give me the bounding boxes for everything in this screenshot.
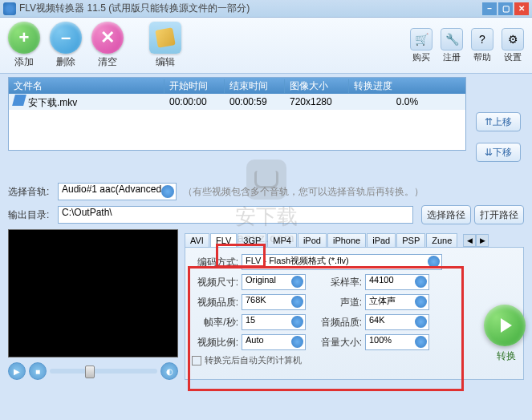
tab-ipod[interactable]: iPod bbox=[298, 233, 327, 247]
maximize-button[interactable]: ▢ bbox=[498, 2, 513, 15]
video-preview bbox=[8, 229, 178, 357]
preview-panel: ▶ ■ ◐ bbox=[8, 229, 178, 380]
channel-select[interactable]: 立体声 bbox=[365, 294, 429, 310]
tab-3gp[interactable]: 3GP bbox=[238, 233, 266, 247]
format-tabs: AVI FLV 3GP MP4 iPod iPhone iPad PSP Zun… bbox=[185, 229, 524, 247]
video-size-select[interactable]: Original bbox=[242, 274, 306, 290]
app-icon bbox=[3, 2, 16, 15]
audio-quality-select[interactable]: 64K bbox=[365, 314, 429, 330]
titlebar: FLV视频转换器 11.5 (试用版只能转换源文件的一部分) – ▢ ✕ bbox=[0, 0, 532, 18]
col-filename[interactable]: 文件名 bbox=[9, 79, 164, 93]
tab-iphone[interactable]: iPhone bbox=[327, 233, 366, 247]
shutdown-checkbox[interactable] bbox=[192, 356, 201, 365]
convert-button[interactable] bbox=[484, 305, 526, 346]
tab-zune[interactable]: Zune bbox=[426, 233, 457, 247]
control-button[interactable]: ◐ bbox=[160, 362, 178, 380]
encode-select[interactable]: FLV - Flash视频格式 (*.flv) bbox=[242, 254, 442, 270]
convert-label: 转换 bbox=[497, 349, 516, 363]
col-size[interactable]: 图像大小 bbox=[285, 79, 349, 93]
file-row[interactable]: 安下载.mkv 00:00:00 00:00:59 720x1280 0.0% bbox=[9, 94, 465, 110]
move-up-button[interactable]: ⇈ 上移 bbox=[476, 112, 521, 131]
col-progress[interactable]: 转换进度 bbox=[349, 79, 465, 93]
sample-rate-select[interactable]: 44100 bbox=[365, 274, 429, 290]
output-path-input[interactable]: C:\OutPath\ bbox=[58, 206, 413, 224]
tab-mp4[interactable]: MP4 bbox=[267, 233, 297, 247]
tab-ipad[interactable]: iPad bbox=[367, 233, 396, 247]
file-list-header: 文件名 开始时间 结束时间 图像大小 转换进度 bbox=[9, 78, 465, 94]
video-quality-select[interactable]: 768K bbox=[242, 294, 306, 310]
col-start[interactable]: 开始时间 bbox=[164, 79, 225, 93]
window-title: FLV视频转换器 11.5 (试用版只能转换源文件的一部分) bbox=[19, 2, 250, 15]
file-list: 文件名 开始时间 结束时间 图像大小 转换进度 安下载.mkv 00:00:00… bbox=[8, 77, 466, 151]
settings-button[interactable]: ⚙设置 bbox=[502, 28, 524, 63]
tab-scroll-left[interactable]: ◀ bbox=[463, 234, 476, 247]
select-path-button[interactable]: 选择路径 bbox=[421, 205, 471, 224]
dropdown-icon[interactable] bbox=[161, 185, 174, 198]
video-ratio-select[interactable]: Auto bbox=[242, 334, 306, 350]
shutdown-checkbox-row[interactable]: 转换完后自动关闭计算机 bbox=[192, 354, 517, 366]
settings-panel: AVI FLV 3GP MP4 iPod iPhone iPad PSP Zun… bbox=[185, 229, 524, 380]
audio-track-select[interactable]: Audio#1 aac(Advanced bbox=[58, 183, 177, 200]
add-button[interactable]: + 添加 bbox=[8, 22, 40, 69]
audio-hint: （有些视频包含多个音轨，您可以选择音轨后再转换。） bbox=[183, 185, 424, 199]
tab-scroll-right[interactable]: ▶ bbox=[476, 234, 489, 247]
output-path-row: 输出目录: C:\OutPath\ 选择路径 打开路径 bbox=[8, 205, 524, 224]
edit-button[interactable]: 编辑 bbox=[149, 22, 181, 69]
minimize-button[interactable]: – bbox=[482, 2, 497, 15]
open-path-button[interactable]: 打开路径 bbox=[474, 205, 524, 224]
seek-slider[interactable] bbox=[50, 369, 157, 374]
buy-button[interactable]: 🛒购买 bbox=[410, 28, 433, 63]
tab-psp[interactable]: PSP bbox=[396, 233, 425, 247]
tab-flv[interactable]: FLV bbox=[210, 233, 237, 247]
fps-select[interactable]: 15 bbox=[242, 314, 306, 330]
close-button[interactable]: ✕ bbox=[514, 2, 529, 15]
file-icon bbox=[12, 95, 26, 106]
delete-button[interactable]: – 删除 bbox=[50, 22, 82, 69]
main-toolbar: + 添加 – 删除 ✕ 清空 编辑 🛒购买 🔧注册 ?帮助 ⚙设置 bbox=[0, 18, 532, 74]
tab-avi[interactable]: AVI bbox=[185, 233, 209, 247]
play-button[interactable]: ▶ bbox=[8, 362, 26, 380]
clear-button[interactable]: ✕ 清空 bbox=[91, 22, 124, 69]
move-down-button[interactable]: ⇊ 下移 bbox=[476, 143, 521, 162]
stop-button[interactable]: ■ bbox=[29, 362, 47, 380]
help-button[interactable]: ?帮助 bbox=[471, 28, 493, 63]
col-end[interactable]: 结束时间 bbox=[225, 79, 285, 93]
register-button[interactable]: 🔧注册 bbox=[441, 28, 463, 63]
volume-select[interactable]: 100% bbox=[365, 334, 429, 350]
audio-track-row: 选择音轨: Audio#1 aac(Advanced （有些视频包含多个音轨，您… bbox=[8, 183, 524, 200]
